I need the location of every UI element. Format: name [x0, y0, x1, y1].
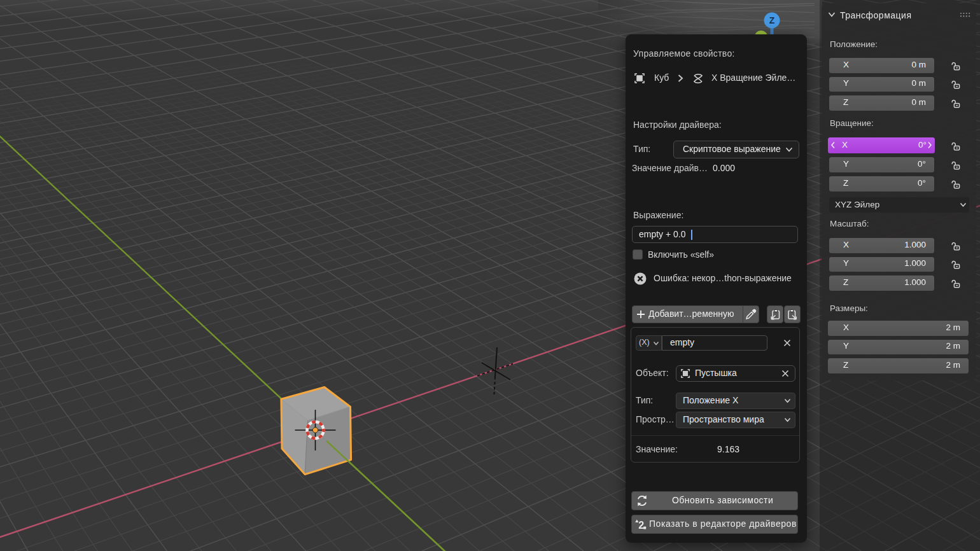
svg-text:2: 2 [638, 520, 644, 531]
svg-text:Z: Z [769, 15, 775, 25]
